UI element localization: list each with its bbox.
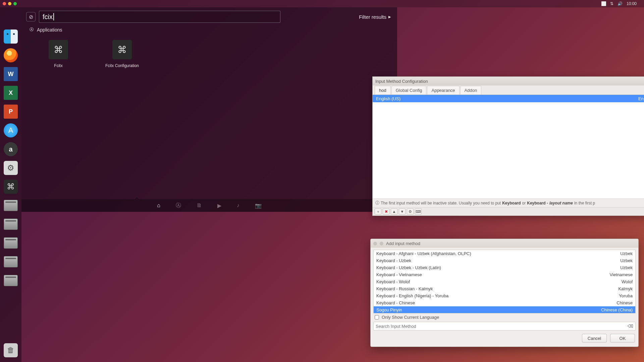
finder-icon [4, 29, 18, 44]
drive-icon [4, 256, 18, 267]
launcher-amazon[interactable]: a [2, 141, 19, 158]
window-close-dot[interactable] [3, 2, 6, 5]
im-add-button[interactable]: ＋ [375, 208, 381, 215]
launcher-apple-menu[interactable] [2, 9, 19, 26]
app-result-0[interactable]: ⌘Fcitx [38, 40, 78, 68]
im-keyboard-button[interactable]: ⌨ [415, 208, 422, 215]
input-method-name: Sogou Pinyin [376, 307, 402, 312]
input-method-name: Keyboard - Uzbek [376, 258, 411, 263]
applications-icon: Ⓐ [30, 27, 34, 33]
clock[interactable]: 10:00 [627, 1, 637, 6]
launcher-firefox[interactable] [2, 47, 19, 64]
add-dialog-search[interactable]: ⌫ [373, 322, 636, 330]
lens-photos[interactable]: 📷 [255, 202, 262, 209]
im-move-up-button[interactable]: ▲ [391, 208, 397, 215]
lens-applications[interactable]: Ⓐ [176, 202, 181, 209]
powerpoint-icon: P [4, 105, 18, 119]
launcher-system-settings[interactable]: ⚙ [2, 160, 19, 176]
window-max-dot[interactable] [13, 2, 17, 5]
input-method-row[interactable]: Keyboard - Uzbek - Uzbek (Latin)Uzbek [374, 264, 635, 271]
applications-section-label: Applications [37, 27, 62, 33]
tab-addon[interactable]: Addon [460, 86, 482, 95]
input-method-name: Keyboard - Chinese [376, 300, 415, 305]
im-remove-button[interactable]: ✖ [383, 208, 389, 215]
im-entry-english-us[interactable]: English (US) En [373, 95, 644, 102]
word-icon: W [4, 67, 18, 81]
add-dialog-title: Add input method [386, 241, 420, 246]
launcher-drive-2[interactable] [2, 216, 19, 233]
launcher-trash[interactable]: 🗑 [2, 342, 19, 359]
search-clear-button[interactable]: ⊘ [26, 12, 36, 21]
dialog-close-dot[interactable] [373, 242, 377, 245]
input-method-row[interactable]: Sogou PinyinChinese (China) [374, 306, 635, 313]
input-method-name: Keyboard - English (Nigeria) - Yoruba [376, 293, 448, 298]
hint-layout: layout name [549, 201, 573, 205]
chevron-right-icon: ▸ [388, 14, 391, 20]
launcher-app-store[interactable]: A [2, 122, 19, 139]
input-method-lang: Chinese (China) [601, 307, 633, 312]
firefox-icon [4, 48, 18, 62]
input-method-lang: Vietnamese [610, 272, 633, 277]
im-config-title: Input Method Configuration [375, 79, 428, 84]
launcher-drive-5[interactable] [2, 272, 19, 289]
im-config-toolbar: ＋ ✖ ▲ ▼ ⚙ ⌨ [373, 207, 644, 216]
add-dialog-list[interactable]: Keyboard - Afghani - Uzbek (Afghanistan,… [373, 250, 636, 313]
tab-input-method-label: hod [379, 88, 386, 93]
tab-appearance-label: Appearance [431, 88, 455, 93]
dash-lens-bar: ⌂ Ⓐ 🗎 ▶ ♪ 📷 [21, 199, 397, 212]
input-method-row[interactable]: Keyboard - UzbekUzbek [374, 257, 635, 264]
im-config-titlebar[interactable]: Input Method Configuration [373, 77, 644, 85]
input-method-lang: Uzbek [620, 265, 633, 270]
lens-video[interactable]: ▶ [217, 202, 221, 209]
im-move-down-button[interactable]: ▼ [399, 208, 406, 215]
tab-appearance[interactable]: Appearance [427, 86, 459, 95]
input-method-lang: Wolof [622, 279, 633, 284]
im-configure-button[interactable]: ⚙ [407, 208, 414, 215]
lens-files[interactable]: 🗎 [197, 202, 202, 208]
network-icon[interactable]: ⇅ [610, 1, 613, 6]
app-result-1[interactable]: ⌘Fcitx Configuration [102, 40, 142, 68]
launcher-excel[interactable]: X [2, 84, 19, 101]
add-dialog-titlebar[interactable]: Add input method [371, 239, 638, 248]
im-config-list[interactable]: English (US) En [373, 95, 644, 199]
applications-section-header[interactable]: Ⓐ Applications [21, 25, 397, 34]
command-icon: ⌘ [4, 180, 18, 194]
im-config-tabs: hod Global Config Appearance Addon [373, 85, 644, 95]
only-current-language-checkbox[interactable] [375, 315, 379, 319]
filter-results-label: Filter results [359, 14, 386, 20]
launcher-word[interactable]: W [2, 66, 19, 82]
filter-results-button[interactable]: Filter results ▸ [359, 14, 391, 20]
launcher-drive-1[interactable] [2, 197, 19, 214]
input-method-row[interactable]: Keyboard - Russian - KalmykKalmyk [374, 285, 635, 292]
input-method-row[interactable]: Keyboard - ChineseChinese [374, 299, 635, 306]
hint-or: or [522, 201, 526, 205]
lens-home[interactable]: ⌂ [157, 202, 160, 208]
input-method-row[interactable]: Keyboard - Afghani - Uzbek (Afghanistan,… [374, 250, 635, 257]
dialog-min-dot[interactable] [380, 242, 383, 245]
add-input-method-dialog: Add input method Keyboard - Afghani - Uz… [370, 239, 639, 347]
hint-keyboard: Keyboard [502, 201, 521, 205]
tab-input-method[interactable]: hod [375, 86, 391, 95]
indicator-app-icon[interactable] [601, 1, 606, 6]
launcher-drive-3[interactable] [2, 235, 19, 251]
launcher-drive-4[interactable] [2, 253, 19, 270]
clear-search-icon[interactable]: ⌫ [628, 324, 633, 328]
ok-label: OK [620, 336, 626, 341]
window-min-dot[interactable] [8, 2, 11, 5]
input-method-row[interactable]: Keyboard - English (Nigeria) - YorubaYor… [374, 292, 635, 299]
ok-button[interactable]: OK [610, 334, 635, 343]
input-method-lang: Chinese [616, 300, 633, 305]
add-dialog-search-input[interactable] [376, 324, 628, 329]
input-method-row[interactable]: Keyboard - WolofWolof [374, 278, 635, 285]
lens-music[interactable]: ♪ [237, 202, 239, 208]
sound-icon[interactable]: 🔊 [618, 1, 623, 6]
tab-addon-label: Addon [465, 88, 477, 93]
launcher-powerpoint[interactable]: P [2, 103, 19, 120]
menubar: ⇅ 🔊 10:00 [0, 0, 644, 7]
tab-global-config[interactable]: Global Config [391, 86, 427, 95]
launcher-finder[interactable] [2, 28, 19, 45]
input-method-row[interactable]: Keyboard - VietnameseVietnamese [374, 271, 635, 278]
dash-search-box[interactable]: fcix [39, 11, 280, 23]
cancel-button[interactable]: Cancel [582, 334, 607, 343]
launcher-fcitx-launcher-icon[interactable]: ⌘ [2, 178, 19, 195]
